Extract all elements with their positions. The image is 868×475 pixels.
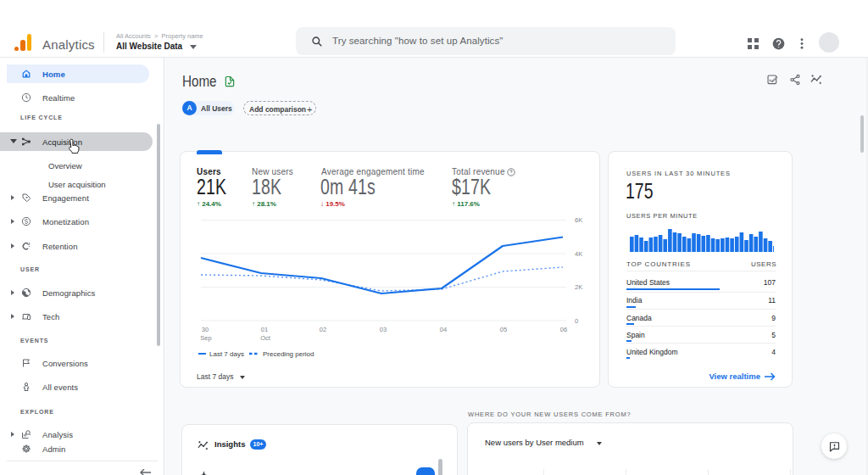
svg-text:Preceding period: Preceding period [263, 350, 314, 358]
svg-text:30: 30 [202, 326, 209, 333]
svg-text:Oct: Oct [260, 334, 271, 342]
svg-text:06: 06 [560, 326, 567, 333]
svg-text:05: 05 [500, 326, 507, 333]
svg-text:01: 01 [261, 326, 268, 333]
svg-text:4K: 4K [575, 250, 582, 258]
svg-text:02: 02 [320, 326, 326, 333]
svg-text:03: 03 [380, 326, 387, 333]
svg-text:Last 7 days: Last 7 days [209, 350, 244, 358]
svg-text:6K: 6K [575, 216, 582, 224]
svg-text:0: 0 [575, 317, 578, 325]
svg-text:2K: 2K [575, 283, 582, 291]
svg-text:04: 04 [440, 326, 447, 333]
svg-text:Sep: Sep [200, 334, 211, 342]
